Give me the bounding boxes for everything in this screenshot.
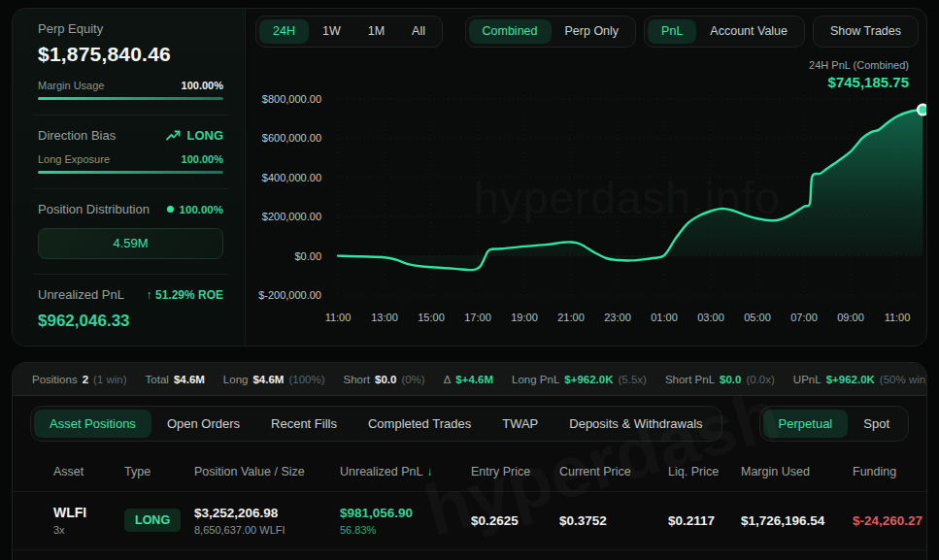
mode-toggle: Combined Perp Only xyxy=(465,16,637,48)
overview-card: Perp Equity $1,875,840.46 Margin Usage 1… xyxy=(12,8,927,346)
trend-up-icon xyxy=(166,130,181,141)
x-tick-label: 23:00 xyxy=(594,312,641,323)
stat-positions: Positions2(1 win) xyxy=(32,374,127,385)
metric-pnl[interactable]: PnL xyxy=(648,19,696,44)
summary-sidebar: Perp Equity $1,875,840.46 Margin Usage 1… xyxy=(13,9,246,346)
cell-asset: WLFI 3x xyxy=(53,505,124,536)
table-row[interactable]: WLFI 3x LONG $3,252,206.98 8,650,637.00 … xyxy=(13,492,926,550)
cell-current-price: $0.3752 xyxy=(559,513,668,528)
unrealized-pnl-pct: 56.83% xyxy=(340,524,471,536)
chart-header-value: $745,185.75 xyxy=(809,74,909,90)
position-distribution-pct: 100.00% xyxy=(167,204,223,215)
unrealized-pnl-value: $962,046.33 xyxy=(38,312,223,331)
col-position-value[interactable]: Position Value / Size xyxy=(194,465,340,478)
direction-bias-label: Direction Bias xyxy=(38,128,116,143)
metric-toggle: PnL Account Value xyxy=(644,16,805,48)
x-tick-label: 11:00 xyxy=(874,312,921,323)
divider xyxy=(32,115,229,115)
divider xyxy=(32,188,229,189)
cell-position-value: $3,252,206.98 8,650,637.00 WLFI xyxy=(194,506,340,536)
timeframe-24h[interactable]: 24H xyxy=(259,19,309,44)
col-entry-price[interactable]: Entry Price xyxy=(471,465,559,478)
x-axis: 11:0013:0015:0017:0019:0021:0023:0001:00… xyxy=(246,312,926,327)
market-spot[interactable]: Spot xyxy=(848,410,905,438)
table-tabs: Asset Positions Open Orders Recent Fills… xyxy=(30,406,722,442)
x-tick-label: 13:00 xyxy=(361,312,408,323)
sort-desc-icon: ↓ xyxy=(426,465,432,478)
timeframe-toggle: 24H 1W 1M All xyxy=(255,16,443,48)
y-tick-label: $-200,000.00 xyxy=(246,289,321,301)
x-tick-label: 07:00 xyxy=(781,312,827,323)
long-exposure-progressbar xyxy=(38,171,223,174)
leverage: 3x xyxy=(53,524,124,536)
positions-card: hyperdash Positions2(1 win) Total$4.6M L… xyxy=(12,362,927,560)
x-tick-label: 03:00 xyxy=(687,312,734,323)
col-unrealized-pnl[interactable]: Unrealized PnL↓ xyxy=(340,465,471,478)
tab-completed-trades[interactable]: Completed Trades xyxy=(352,410,486,438)
show-trades-button[interactable]: Show Trades xyxy=(817,19,915,44)
stat-delta: Δ$+4.6M xyxy=(444,374,493,385)
market-toggle: Perpetual Spot xyxy=(759,406,909,442)
pnl-area-chart[interactable] xyxy=(331,93,923,302)
stat-long-pnl: Long PnL$+962.0K(5.5x) xyxy=(512,374,647,385)
col-liq-price[interactable]: Liq. Price xyxy=(668,465,741,478)
y-tick-label: $800,000.00 xyxy=(246,93,321,105)
tab-deposits-withdrawals[interactable]: Deposits & Withdrawals xyxy=(553,410,718,438)
tab-twap[interactable]: TWAP xyxy=(486,410,553,438)
timeframe-all[interactable]: All xyxy=(398,19,439,44)
cell-funding: $-24,260.27 xyxy=(853,513,926,528)
position-distribution-bucket[interactable]: 4.59M xyxy=(38,228,223,259)
tab-open-orders[interactable]: Open Orders xyxy=(151,410,255,438)
long-exposure-value: 100.00% xyxy=(182,153,223,165)
market-perpetual[interactable]: Perpetual xyxy=(763,410,849,438)
x-tick-label: 05:00 xyxy=(734,312,781,323)
mode-perp-only[interactable]: Perp Only xyxy=(552,19,633,44)
x-tick-label: 21:00 xyxy=(548,312,594,323)
chart-controls: 24H 1W 1M All Combined Perp Only PnL Acc… xyxy=(255,16,919,48)
green-dot-icon xyxy=(167,206,174,213)
cell-margin-used: $1,726,196.54 xyxy=(741,513,853,528)
col-current-price[interactable]: Current Price xyxy=(559,465,668,478)
x-tick-label: 11:00 xyxy=(315,312,361,323)
cell-liq-price: $0.2117 xyxy=(668,513,741,528)
position-size: 8,650,637.00 WLFI xyxy=(194,524,340,536)
mode-combined[interactable]: Combined xyxy=(469,19,552,44)
table-header: Asset Type Position Value / Size Unreali… xyxy=(13,449,926,492)
cell-type: LONG xyxy=(124,509,194,532)
long-badge: LONG xyxy=(124,509,181,532)
col-funding[interactable]: Funding xyxy=(853,465,926,478)
cell-unrealized-pnl: $981,056.90 56.83% xyxy=(340,506,471,536)
col-asset[interactable]: Asset xyxy=(53,465,124,478)
y-tick-label: $600,000.00 xyxy=(246,132,321,144)
tab-asset-positions[interactable]: Asset Positions xyxy=(34,410,151,438)
x-tick-label: 17:00 xyxy=(454,312,501,323)
timeframe-1m[interactable]: 1M xyxy=(354,19,398,44)
table-tabs-row: Asset Positions Open Orders Recent Fills… xyxy=(13,396,926,449)
y-axis: $800,000.00$600,000.00$400,000.00$200,00… xyxy=(246,93,321,302)
x-tick-label: 01:00 xyxy=(641,312,687,323)
metric-account-value[interactable]: Account Value xyxy=(696,19,801,44)
cell-entry-price: $0.2625 xyxy=(471,513,559,528)
y-tick-label: $400,000.00 xyxy=(246,172,321,183)
long-exposure-label: Long Exposure xyxy=(38,153,110,165)
y-tick-label: $200,000.00 xyxy=(246,211,321,222)
stat-short-pnl: Short PnL$0.0(0.0x) xyxy=(665,374,775,385)
arrow-up-icon: ↑ xyxy=(147,288,152,302)
timeframe-1w[interactable]: 1W xyxy=(309,19,354,44)
positions-stats-bar: Positions2(1 win) Total$4.6M Long$4.6M(1… xyxy=(13,363,926,396)
position-distribution-label: Position Distribution xyxy=(38,202,150,216)
divider xyxy=(32,274,229,275)
direction-bias-value: LONG xyxy=(166,128,223,143)
tab-recent-fills[interactable]: Recent Fills xyxy=(255,410,352,438)
col-type[interactable]: Type xyxy=(124,465,194,478)
stat-long: Long$4.6M(100%) xyxy=(223,374,325,385)
perp-equity-value: $1,875,840.46 xyxy=(38,43,223,66)
x-tick-label: 19:00 xyxy=(501,312,548,323)
stat-upnl: UPnL$+962.0K(50% win) xyxy=(793,374,927,385)
chart-header: 24H PnL (Combined) $745,185.75 xyxy=(809,59,909,90)
margin-usage-value: 100.00% xyxy=(182,80,223,91)
show-trades-group: Show Trades xyxy=(813,16,919,48)
y-tick-label: $0.00 xyxy=(246,250,321,262)
margin-usage-label: Margin Usage xyxy=(38,80,104,91)
col-margin-used[interactable]: Margin Used xyxy=(741,465,853,478)
